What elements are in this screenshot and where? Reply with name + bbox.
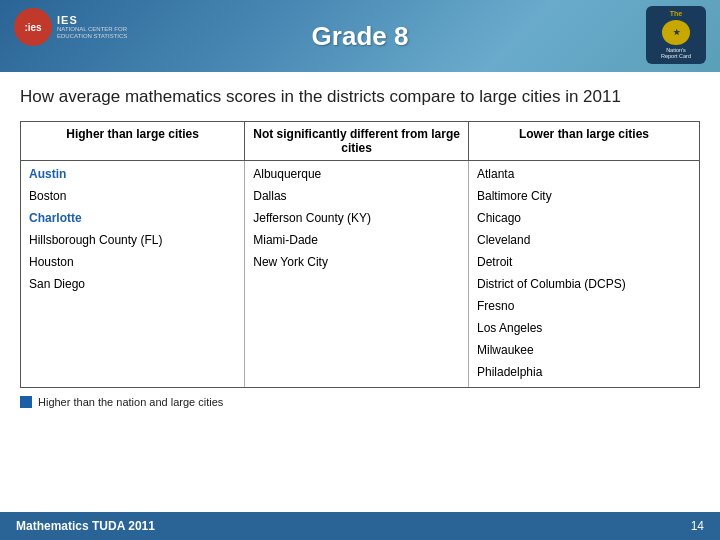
ies-sub-text: NATIONAL CENTER FOR EDUCATION STATISTICS [57,26,157,40]
footer-note-text: Higher than the nation and large cities [38,396,223,408]
table-row: HoustonNew York CityDetroit [21,251,699,273]
col-not-sig-cell: New York City [245,251,469,273]
bottom-bar-label: Mathematics TUDA 2011 [16,519,155,533]
table-header-row: Higher than large cities Not significant… [21,122,699,161]
table-row: Fresno [21,295,699,317]
col-not-sig-cell [245,339,469,361]
table-row: Milwaukee [21,339,699,361]
col-not-sig-cell [245,361,469,387]
col-lower-cell: Chicago [468,207,699,229]
bottom-bar: Mathematics TUDA 2011 14 [0,512,720,540]
ies-main-text: IES [57,14,157,26]
nrc-logo-seal: ★ [662,20,690,44]
col-lower-header: Lower than large cities [468,122,699,161]
col-higher-cell [21,361,245,387]
comparison-table: Higher than large cities Not significant… [20,121,700,388]
legend-square-icon [20,396,32,408]
col-not-sig-cell: Jefferson County (KY) [245,207,469,229]
nrc-logo-subtitle: Nation'sReport Card [661,47,691,60]
col-lower-cell: Milwaukee [468,339,699,361]
col-lower-cell: Philadelphia [468,361,699,387]
footer-note: Higher than the nation and large cities [20,396,700,408]
col-lower-cell: Detroit [468,251,699,273]
page-title: Grade 8 [312,21,409,52]
ies-logo-icon: :ies [14,8,52,46]
col-higher-cell: San Diego [21,273,245,295]
col-higher-cell: Hillsborough County (FL) [21,229,245,251]
col-higher-cell: Austin [21,160,245,185]
col-not-sig-cell: Albuquerque [245,160,469,185]
page-subtitle: How average mathematics scores in the di… [20,86,700,109]
ies-logo-text: IES NATIONAL CENTER FOR EDUCATION STATIS… [57,14,157,40]
table-row: Los Angeles [21,317,699,339]
col-not-sig-cell [245,295,469,317]
nrc-logo-top-text: The [670,10,682,18]
col-lower-cell: Fresno [468,295,699,317]
main-content: How average mathematics scores in the di… [0,72,720,416]
table-row: San DiegoDistrict of Columbia (DCPS) [21,273,699,295]
nrc-logo: The ★ Nation'sReport Card [646,6,706,64]
col-higher-header: Higher than large cities [21,122,245,161]
col-lower-cell: Los Angeles [468,317,699,339]
table-row: CharlotteJefferson County (KY)Chicago [21,207,699,229]
table-row: BostonDallasBaltimore City [21,185,699,207]
col-higher-cell [21,295,245,317]
col-higher-cell [21,317,245,339]
col-not-sig-header: Not significantly different from large c… [245,122,469,161]
col-not-sig-cell: Miami-Dade [245,229,469,251]
col-lower-cell: Atlanta [468,160,699,185]
col-not-sig-cell [245,273,469,295]
ies-logo: :ies IES NATIONAL CENTER FOR EDUCATION S… [14,8,157,46]
col-lower-cell: Baltimore City [468,185,699,207]
table-row: Philadelphia [21,361,699,387]
col-higher-cell [21,339,245,361]
page-number: 14 [691,519,704,533]
col-higher-cell: Houston [21,251,245,273]
col-lower-cell: Cleveland [468,229,699,251]
table-row: Hillsborough County (FL)Miami-DadeClevel… [21,229,699,251]
col-not-sig-cell [245,317,469,339]
col-not-sig-cell: Dallas [245,185,469,207]
col-higher-cell: Boston [21,185,245,207]
col-higher-cell: Charlotte [21,207,245,229]
table-row: AustinAlbuquerqueAtlanta [21,160,699,185]
header: :ies IES NATIONAL CENTER FOR EDUCATION S… [0,0,720,72]
col-lower-cell: District of Columbia (DCPS) [468,273,699,295]
